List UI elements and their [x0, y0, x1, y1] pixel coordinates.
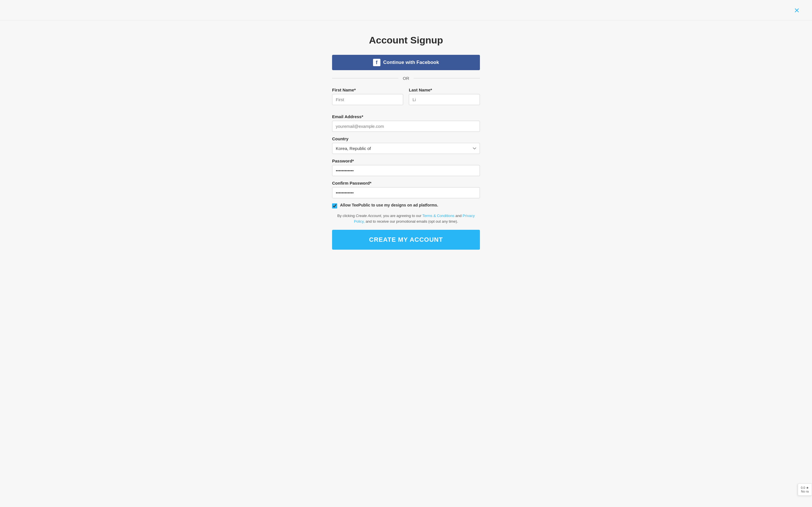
page-content: Account Signup f Continue with Facebook …	[0, 20, 812, 267]
email-input[interactable]	[332, 121, 480, 132]
first-name-input[interactable]	[332, 94, 403, 105]
top-bar: ×	[0, 0, 812, 20]
ad-platforms-checkbox-row: Allow TeePublic to use my designs on ad …	[332, 203, 480, 209]
or-text: OR	[403, 76, 409, 81]
side-widget: 0.0 ★ No ra	[798, 484, 812, 496]
page-title: Account Signup	[332, 35, 480, 46]
first-name-group: First Name*	[332, 88, 403, 105]
terms-text-3: and	[454, 214, 463, 218]
password-group: Password*	[332, 159, 480, 176]
or-divider: OR	[332, 76, 480, 81]
ad-platforms-label[interactable]: Allow TeePublic to use my designs on ad …	[340, 203, 438, 207]
email-group: Email Address*	[332, 114, 480, 132]
terms-text-1: By clicking	[337, 214, 356, 218]
password-input[interactable]	[332, 165, 480, 176]
facebook-signup-button[interactable]: f Continue with Facebook	[332, 55, 480, 70]
first-name-label: First Name*	[332, 88, 403, 92]
confirm-password-input[interactable]	[332, 187, 480, 198]
terms-link[interactable]: Terms & Conditions	[422, 214, 454, 218]
country-select[interactable]: Korea, Republic of United States United …	[332, 143, 480, 154]
confirm-password-group: Confirm Password*	[332, 181, 480, 198]
create-account-button[interactable]: CREATE MY ACCOUNT	[332, 230, 480, 250]
facebook-button-label: Continue with Facebook	[383, 60, 439, 65]
name-row: First Name* Last Name*	[332, 88, 480, 110]
signup-form: First Name* Last Name* Email Address* Co…	[332, 88, 480, 250]
divider-line-left	[332, 78, 398, 78]
signup-container: Account Signup f Continue with Facebook …	[332, 35, 480, 250]
password-label: Password*	[332, 159, 480, 163]
email-label: Email Address*	[332, 114, 480, 119]
terms-text-2: , you are agreeing to our	[381, 214, 422, 218]
divider-line-right	[414, 78, 480, 78]
close-button[interactable]: ×	[793, 5, 801, 16]
widget-rating: 0.0 ★	[801, 486, 809, 490]
widget-subtitle: No ra	[801, 490, 809, 493]
terms-text-4: and to receive our promotional emails (o…	[364, 219, 458, 224]
last-name-label: Last Name*	[409, 88, 480, 92]
confirm-password-label: Confirm Password*	[332, 181, 480, 185]
country-group: Country Korea, Republic of United States…	[332, 136, 480, 154]
last-name-group: Last Name*	[409, 88, 480, 105]
country-label: Country	[332, 136, 480, 141]
terms-italic: Create Account	[356, 214, 381, 218]
ad-platforms-checkbox[interactable]	[332, 203, 337, 209]
facebook-icon: f	[373, 59, 380, 66]
last-name-input[interactable]	[409, 94, 480, 105]
terms-text: By clicking Create Account, you are agre…	[332, 213, 480, 224]
